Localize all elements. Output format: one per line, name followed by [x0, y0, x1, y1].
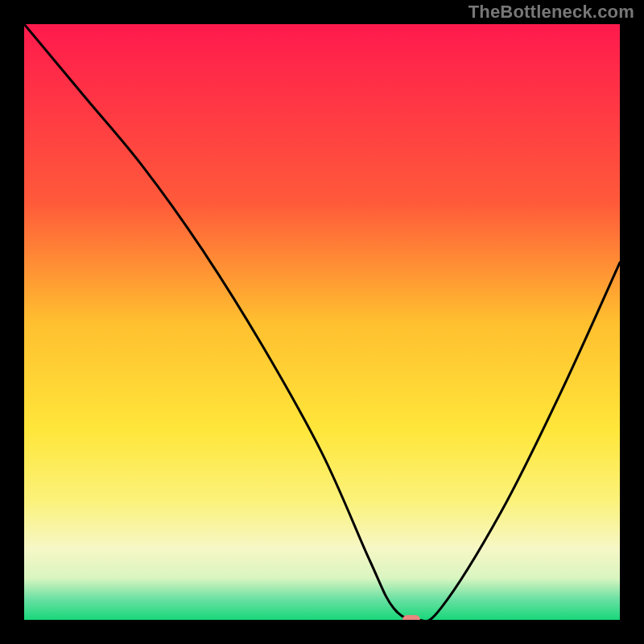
attribution-text: TheBottleneck.com [469, 2, 634, 23]
bottleneck-curve [24, 24, 620, 620]
chart-container: TheBottleneck.com [0, 0, 644, 644]
optimal-marker [402, 615, 420, 620]
curve-layer [24, 24, 620, 620]
plot-area [24, 24, 620, 620]
